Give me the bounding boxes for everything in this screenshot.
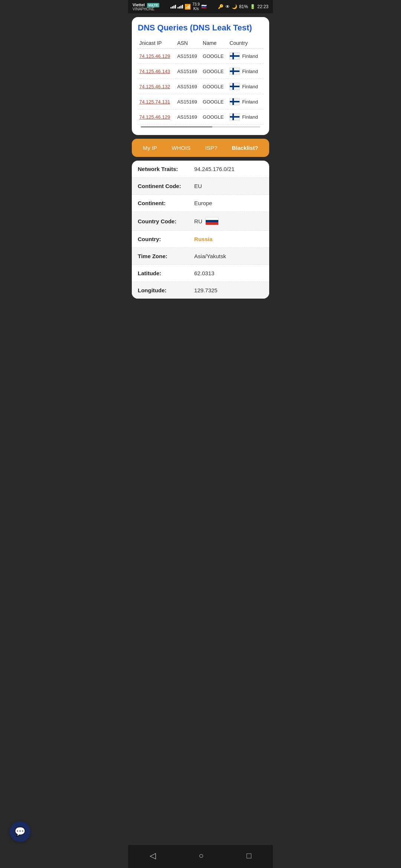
- info-value: EU: [194, 183, 263, 189]
- finland-flag-icon: [229, 83, 240, 90]
- moon-icon: 🌙: [232, 4, 237, 9]
- info-label: Latitude:: [138, 270, 194, 276]
- cell-asn: AS15169: [176, 64, 201, 79]
- info-label: Network Traits:: [138, 166, 194, 172]
- cell-name: GOOGLE: [201, 79, 228, 94]
- country-name: Finland: [242, 99, 258, 105]
- tab-my-ip[interactable]: My IP: [143, 145, 157, 151]
- country-name: Finland: [242, 53, 258, 59]
- info-row: Country:Russia: [132, 231, 269, 248]
- key-icon: 🔑: [218, 4, 224, 9]
- dns-table: Jnicast IP ASN Name Country 74.125.46.12…: [138, 38, 263, 125]
- table-row: 74.125.46.143AS15169GOOGLEFinland: [138, 64, 263, 79]
- wifi-icon: 📶: [185, 4, 191, 10]
- scroll-indicator: [141, 126, 260, 128]
- cell-ip[interactable]: 74.125.46.132: [138, 79, 176, 94]
- dns-card: DNS Queries (DNS Leak Test) Jnicast IP A…: [132, 17, 269, 135]
- cell-asn: AS15169: [176, 49, 201, 64]
- info-row: Network Traits:94.245.176.0/21: [132, 161, 269, 178]
- signal-bars-2: [177, 5, 183, 9]
- cell-country: Finland: [228, 109, 263, 125]
- operator-name: VINAPHONE: [133, 7, 159, 11]
- status-icons: 🔑 👁 🌙 81% 🔋 22:23: [218, 4, 268, 9]
- info-row: Country Code:RU: [132, 212, 269, 231]
- signal-bars-1: [170, 5, 176, 9]
- speed-info: 73.9 K/s: [192, 2, 199, 11]
- tab-blacklist[interactable]: Blacklist?: [232, 145, 258, 151]
- battery-icon: 🔋: [250, 4, 255, 9]
- info-row: Longitude:129.7325: [132, 282, 269, 299]
- info-value: Asia/Yakutsk: [194, 253, 263, 259]
- col-name: Name: [201, 38, 228, 49]
- status-bar: Viettel VoLTE VINAPHONE 📶 73.9 K/s 🇷🇺 🔑 …: [128, 0, 273, 13]
- cell-country: Finland: [228, 49, 263, 64]
- info-row: Latitude:62.0313: [132, 265, 269, 282]
- russia-flag-status: 🇷🇺: [201, 4, 207, 9]
- col-asn: ASN: [176, 38, 201, 49]
- cell-name: GOOGLE: [201, 109, 228, 125]
- cell-asn: AS15169: [176, 109, 201, 125]
- recent-button[interactable]: □: [239, 849, 259, 862]
- info-label: Time Zone:: [138, 253, 194, 259]
- eye-icon: 👁: [225, 4, 230, 9]
- table-row: 74.125.74.131AS15169GOOGLEFinland: [138, 94, 263, 109]
- signal-group: 📶 73.9 K/s 🇷🇺: [170, 2, 206, 11]
- cell-country: Finland: [228, 64, 263, 79]
- info-row: Continent:Europe: [132, 195, 269, 212]
- info-row: Time Zone:Asia/Yakutsk: [132, 248, 269, 265]
- cell-asn: AS15169: [176, 79, 201, 94]
- home-button[interactable]: ○: [191, 849, 211, 862]
- table-row: 74.125.46.129AS15169GOOGLEFinland: [138, 109, 263, 125]
- cell-asn: AS15169: [176, 94, 201, 109]
- info-value: 129.7325: [194, 287, 263, 293]
- cell-ip[interactable]: 74.125.74.131: [138, 94, 176, 109]
- carrier-info: Viettel VoLTE VINAPHONE: [133, 3, 159, 11]
- back-button[interactable]: ◁: [142, 849, 163, 862]
- nav-bar: ◁ ○ □: [128, 845, 273, 868]
- cell-country: Finland: [228, 94, 263, 109]
- cell-name: GOOGLE: [201, 64, 228, 79]
- scroll-thumb: [141, 126, 212, 128]
- table-row: 74.125.46.132AS15169GOOGLEFinland: [138, 79, 263, 94]
- cell-ip[interactable]: 74.125.46.129: [138, 49, 176, 64]
- clock: 22:23: [257, 4, 268, 9]
- dns-title: DNS Queries (DNS Leak Test): [138, 23, 263, 33]
- info-row: Continent Code:EU: [132, 178, 269, 195]
- info-label: Longitude:: [138, 287, 194, 293]
- info-card: Network Traits:94.245.176.0/21Continent …: [132, 161, 269, 299]
- carrier-name: Viettel VoLTE: [133, 3, 159, 7]
- russia-flag-icon: [205, 217, 219, 225]
- finland-flag-icon: [229, 98, 240, 105]
- cell-country: Finland: [228, 79, 263, 94]
- finland-flag-icon: [229, 52, 240, 60]
- info-label: Continent:: [138, 200, 194, 206]
- tab-isp[interactable]: ISP?: [205, 145, 218, 151]
- finland-flag-icon: [229, 68, 240, 75]
- cell-ip[interactable]: 74.125.46.129: [138, 109, 176, 125]
- finland-flag-icon: [229, 113, 240, 121]
- info-value: 94.245.176.0/21: [194, 166, 263, 172]
- tab-whois[interactable]: WHOIS: [172, 145, 190, 151]
- info-value: RU: [194, 217, 263, 225]
- info-label: Country Code:: [138, 218, 194, 224]
- info-label: Country:: [138, 236, 194, 242]
- info-value: 62.0313: [194, 270, 263, 276]
- battery-text: 81%: [239, 4, 248, 9]
- country-name: Finland: [242, 69, 258, 74]
- country-name: Finland: [242, 84, 258, 89]
- col-ip: Jnicast IP: [138, 38, 176, 49]
- tab-bar: My IP WHOIS ISP? Blacklist?: [132, 139, 269, 157]
- cell-name: GOOGLE: [201, 49, 228, 64]
- col-country: Country: [228, 38, 263, 49]
- cell-ip[interactable]: 74.125.46.143: [138, 64, 176, 79]
- info-value: Europe: [194, 200, 263, 206]
- info-label: Continent Code:: [138, 183, 194, 189]
- cell-name: GOOGLE: [201, 94, 228, 109]
- main-content: DNS Queries (DNS Leak Test) Jnicast IP A…: [128, 13, 273, 302]
- info-value: Russia: [194, 236, 263, 242]
- country-name: Finland: [242, 114, 258, 120]
- table-row: 74.125.46.129AS15169GOOGLEFinland: [138, 49, 263, 64]
